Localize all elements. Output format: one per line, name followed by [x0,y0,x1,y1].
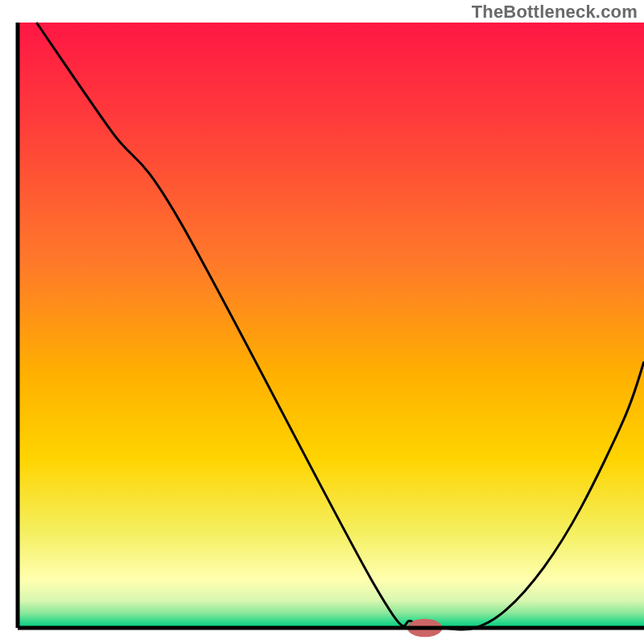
plot-area [18,23,644,637]
bottleneck-chart [0,0,644,644]
gradient-background [18,23,644,628]
chart-container: TheBottleneck.com [0,0,644,644]
